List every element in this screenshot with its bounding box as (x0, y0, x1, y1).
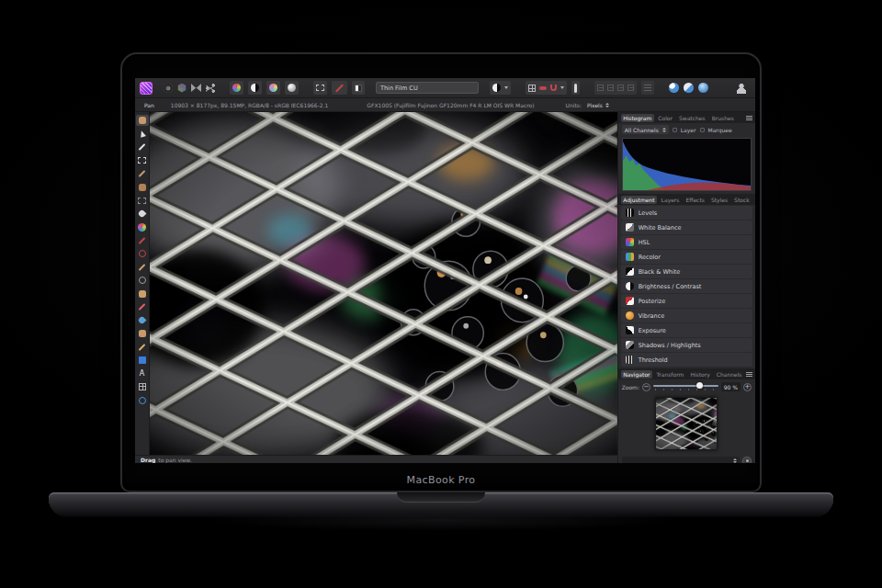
navigator-thumbnail[interactable] (655, 397, 718, 450)
tab-transform[interactable]: Transform (654, 370, 686, 379)
gradient-tool-icon (139, 277, 146, 284)
panel-menu-icon[interactable] (746, 372, 752, 377)
snapping-candidates-icon[interactable] (684, 83, 694, 93)
adjustment-wb[interactable]: White Balance (621, 220, 752, 234)
exposure-adjustment-icon (626, 326, 634, 334)
color-picker-tool[interactable] (136, 141, 149, 153)
adjustment-hsl[interactable]: HSL (621, 235, 752, 249)
tab-effects[interactable]: Effects (684, 196, 707, 204)
document-canvas[interactable] (150, 112, 617, 455)
adjustment-label: Shadows / Highlights (639, 342, 701, 349)
tab-history[interactable]: History (688, 370, 712, 379)
bw-adjustment-icon (626, 267, 634, 276)
adjustment-bw[interactable]: Black & White (621, 265, 752, 278)
zoom-slider-thumb[interactable] (696, 382, 703, 389)
pencil-tool[interactable] (136, 262, 149, 273)
marquee-select-tool[interactable] (136, 155, 149, 166)
navigator-zoom-row: Zoom: − 90 % + (618, 379, 755, 394)
stepper-arrows-icon (662, 128, 666, 132)
adjustment-recolor[interactable]: Recolor (621, 250, 752, 264)
snapping-presets-group[interactable] (526, 81, 567, 95)
bandage-tool[interactable] (136, 328, 149, 339)
tab-layers[interactable]: Layers (659, 196, 682, 204)
liquify-persona-icon[interactable] (177, 84, 187, 93)
selection-button[interactable] (313, 81, 327, 95)
tone-mapping-persona-icon[interactable] (191, 84, 201, 92)
blur-tool-icon (138, 316, 147, 325)
red-capsule-icon (539, 86, 547, 90)
zoom-in-button[interactable]: + (743, 383, 752, 391)
adjustment-posterize[interactable]: Posterize (621, 294, 752, 308)
distribute-button[interactable] (641, 81, 654, 95)
units-select[interactable]: Pixels (587, 102, 609, 108)
alignment-group[interactable] (594, 81, 637, 95)
auto-levels-icon (232, 84, 241, 92)
assistant-button[interactable] (490, 81, 511, 95)
adjustment-threshold[interactable]: Threshold (621, 353, 752, 367)
affinity-photo-window: Pan 10903 × 8177px, 89.15MP, RGBA/8 - sR… (135, 78, 755, 463)
gradient-tool[interactable] (136, 275, 149, 286)
levels-adjustment-icon (626, 209, 634, 217)
text-tool[interactable]: A (136, 368, 149, 379)
export-persona-icon[interactable] (206, 84, 215, 93)
tab-histogram[interactable]: Histogram (621, 114, 654, 122)
adjustment-vibrance[interactable]: Vibrance (621, 309, 752, 322)
threshold-adjustment-icon (626, 356, 634, 364)
rotation-button[interactable] (571, 81, 580, 95)
adjustment-bc[interactable]: Brightness / Contrast (621, 279, 752, 293)
selection-brush-tool-icon (138, 198, 146, 204)
layer-checkbox[interactable] (673, 128, 677, 132)
tab-swatches[interactable]: Swatches (676, 114, 707, 122)
auto-levels-button[interactable] (230, 81, 243, 95)
channel-select-value: All Channels (625, 127, 659, 133)
deselect-button[interactable] (332, 81, 347, 95)
eraser-tool[interactable] (136, 209, 149, 220)
colour-wheel-tool[interactable] (136, 221, 149, 232)
dodge-brush-tool[interactable] (136, 342, 149, 353)
move-tool[interactable] (136, 129, 149, 140)
mesh-warp-tool[interactable] (136, 381, 149, 392)
zoom-tool[interactable] (136, 395, 149, 406)
clone-stamp-tool[interactable] (136, 288, 149, 300)
account-icon[interactable] (736, 83, 747, 94)
snapping-toggle-icon[interactable] (669, 83, 679, 93)
adjustment-shadows[interactable]: Shadows / Highlights (621, 338, 752, 352)
dodge-brush-tool-icon (139, 344, 146, 351)
zoom-out-button[interactable]: − (642, 383, 650, 391)
tab-channels[interactable]: Channels (714, 370, 744, 379)
camera-info: GFX100S (Fujifilm Fujinon GF120mm F4 R L… (367, 102, 534, 108)
selection-brush-tool[interactable] (136, 195, 149, 206)
tab-stock[interactable]: Stock (732, 196, 752, 204)
shape-tool[interactable] (136, 355, 149, 366)
auto-white-balance-button[interactable] (285, 81, 299, 95)
paint-brush-tool[interactable] (136, 235, 149, 246)
tab-styles[interactable]: Styles (708, 196, 729, 204)
zoom-slider[interactable] (653, 382, 718, 391)
panel-menu-icon[interactable] (746, 116, 752, 120)
document-title-input[interactable] (376, 82, 479, 94)
blur-tool[interactable] (136, 315, 149, 326)
crop-tool[interactable] (136, 182, 149, 193)
tab-color[interactable]: Color (656, 114, 675, 122)
affinity-photo-logo-icon[interactable] (140, 82, 153, 95)
wb-adjustment-icon (626, 223, 634, 232)
adjustment-levels[interactable]: Levels (621, 206, 752, 220)
pixel-brush-tool[interactable] (136, 248, 149, 259)
tab-brushes[interactable]: Brushes (709, 114, 736, 122)
develop-persona-icon[interactable] (164, 84, 173, 93)
auto-contrast-button[interactable] (248, 81, 262, 95)
view-tool[interactable] (136, 115, 149, 126)
macbook-brand-label: MacBook Pro (120, 474, 762, 486)
tab-navigator[interactable]: Navigator (621, 370, 652, 379)
tab-adjustment[interactable]: Adjustment (621, 196, 657, 204)
channel-select[interactable]: All Channels (622, 125, 669, 134)
auto-colours-button[interactable] (266, 81, 280, 95)
force-pixel-alignment-icon[interactable] (698, 83, 708, 93)
view-point-select[interactable] (622, 457, 740, 463)
flood-select-tool[interactable] (136, 168, 149, 179)
marquee-checkbox[interactable] (700, 128, 705, 132)
mask-button[interactable] (352, 81, 365, 95)
adjustment-exposure[interactable]: Exposure (621, 323, 752, 337)
healing-brush-tool[interactable] (136, 301, 149, 312)
gear-icon[interactable] (742, 457, 752, 464)
